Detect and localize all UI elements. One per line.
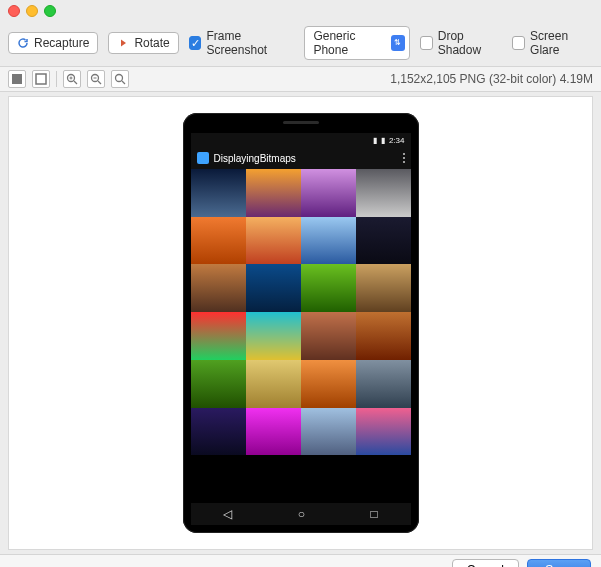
app-title: DisplayingBitmaps — [214, 153, 296, 164]
frame-screenshot-label: Frame Screenshot — [206, 29, 294, 57]
phone-screen: ▮ ▮ 2:34 DisplayingBitmaps ◁ ○ □ — [191, 133, 411, 525]
grid-tile — [356, 455, 411, 503]
status-time: 2:34 — [389, 136, 405, 145]
grid-tile — [246, 408, 301, 456]
grid-tile — [246, 312, 301, 360]
magnifier-icon — [114, 73, 126, 85]
grid-tile — [191, 169, 246, 217]
grid-tile — [191, 217, 246, 265]
device-select-value: Generic Phone — [313, 29, 384, 57]
grid-tile — [301, 169, 356, 217]
grid-tile — [191, 312, 246, 360]
play-icon — [117, 37, 129, 49]
grid-tile — [356, 217, 411, 265]
window-minimize-button[interactable] — [26, 5, 38, 17]
grid-tile — [246, 360, 301, 408]
cancel-button[interactable]: Cancel — [452, 559, 519, 568]
nav-recent-icon: □ — [371, 507, 378, 521]
phone-frame: ▮ ▮ 2:34 DisplayingBitmaps ◁ ○ □ — [183, 113, 419, 533]
window-titlebar — [0, 0, 601, 22]
rotate-button[interactable]: Rotate — [108, 32, 178, 54]
drop-shadow-checkbox[interactable]: Drop Shadow — [420, 29, 502, 57]
grid-tile — [191, 264, 246, 312]
overflow-menu-icon — [403, 153, 405, 163]
actual-size-button[interactable] — [8, 70, 26, 88]
square-outline-icon — [35, 73, 47, 85]
square-solid-icon — [11, 73, 23, 85]
grid-tile — [191, 455, 246, 503]
grid-tile — [246, 455, 301, 503]
checkbox-box — [420, 36, 433, 50]
checkbox-box — [189, 36, 202, 50]
image-info-text: 1,152x2,105 PNG (32-bit color) 4.19M — [390, 72, 593, 86]
battery-icon: ▮ — [381, 136, 385, 145]
window-close-button[interactable] — [8, 5, 20, 17]
phone-navbar: ◁ ○ □ — [191, 503, 411, 525]
device-frame-select[interactable]: Generic Phone ⇅ — [304, 26, 410, 60]
svg-line-7 — [98, 81, 101, 84]
phone-appbar: DisplayingBitmaps — [191, 147, 411, 169]
separator — [56, 71, 57, 87]
screen-glare-checkbox[interactable]: Screen Glare — [512, 29, 593, 57]
zoom-in-icon — [66, 73, 78, 85]
grid-tile — [246, 169, 301, 217]
grid-tile — [356, 169, 411, 217]
grid-tile — [246, 217, 301, 265]
nav-home-icon: ○ — [298, 507, 305, 521]
window-zoom-button[interactable] — [44, 5, 56, 17]
view-bar: 1,152x2,105 PNG (32-bit color) 4.19M — [0, 66, 601, 92]
svg-rect-0 — [12, 74, 22, 84]
phone-statusbar: ▮ ▮ 2:34 — [191, 133, 411, 147]
zoom-in-button[interactable] — [63, 70, 81, 88]
refresh-icon — [17, 37, 29, 49]
grid-tile — [301, 455, 356, 503]
save-button[interactable]: Save — [527, 559, 591, 568]
dropdown-arrows-icon: ⇅ — [391, 35, 405, 51]
svg-rect-1 — [36, 74, 46, 84]
app-icon — [197, 152, 209, 164]
recapture-label: Recapture — [34, 36, 89, 50]
checkbox-box — [512, 36, 525, 50]
grid-tile — [301, 217, 356, 265]
grid-tile — [301, 360, 356, 408]
rotate-label: Rotate — [134, 36, 169, 50]
frame-screenshot-checkbox[interactable]: Frame Screenshot — [189, 29, 295, 57]
bottom-bar: Cancel Save — [0, 554, 601, 567]
grid-tile — [301, 264, 356, 312]
grid-tile — [356, 312, 411, 360]
signal-icon: ▮ — [373, 136, 377, 145]
svg-line-3 — [74, 81, 77, 84]
grid-tile — [191, 408, 246, 456]
zoom-out-icon — [90, 73, 102, 85]
nav-back-icon: ◁ — [223, 507, 232, 521]
grid-tile — [191, 360, 246, 408]
recapture-button[interactable]: Recapture — [8, 32, 98, 54]
grid-tile — [356, 408, 411, 456]
toolbar: Recapture Rotate Frame Screenshot Generi… — [0, 22, 601, 66]
zoom-out-button[interactable] — [87, 70, 105, 88]
image-grid — [191, 169, 411, 503]
grid-tile — [301, 312, 356, 360]
fit-zoom-button[interactable] — [32, 70, 50, 88]
grid-tile — [246, 264, 301, 312]
screen-glare-label: Screen Glare — [530, 29, 593, 57]
grid-tile — [356, 360, 411, 408]
zoom-reset-button[interactable] — [111, 70, 129, 88]
phone-speaker — [191, 121, 411, 127]
svg-line-10 — [122, 81, 125, 84]
svg-point-9 — [116, 75, 123, 82]
canvas-area[interactable]: ▮ ▮ 2:34 DisplayingBitmaps ◁ ○ □ — [8, 96, 593, 550]
grid-tile — [356, 264, 411, 312]
grid-tile — [301, 408, 356, 456]
drop-shadow-label: Drop Shadow — [438, 29, 503, 57]
